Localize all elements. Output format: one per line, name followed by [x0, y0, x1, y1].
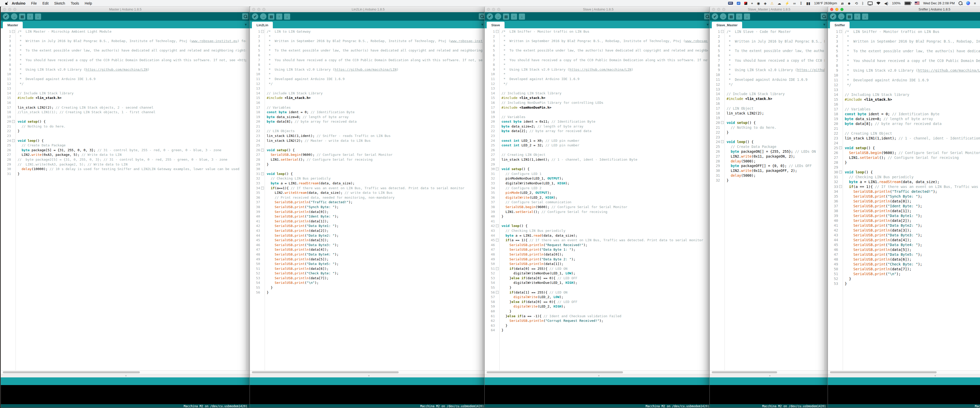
scrollbar-thumb[interactable]	[252, 371, 399, 373]
fold-toggle-icon[interactable]: −	[261, 30, 264, 33]
tab-slave_master[interactable]: Slave_Master	[712, 22, 742, 28]
notification-center-icon[interactable]: ≡	[974, 2, 976, 5]
adobe-cc-icon[interactable]: ◉	[757, 2, 760, 5]
new-sketch-button[interactable]: ▤	[728, 14, 734, 20]
save-button[interactable]: ↓	[862, 14, 868, 20]
scrollbar-thumb[interactable]	[487, 371, 623, 373]
console-resize-handle[interactable]	[828, 374, 980, 378]
verify-button[interactable]: ✔	[3, 13, 9, 20]
zoom-button[interactable]	[840, 8, 843, 11]
open-button[interactable]: ↑	[511, 14, 517, 20]
tab-sniffer[interactable]: Sniffer	[830, 22, 850, 28]
save-button[interactable]: ↓	[35, 14, 41, 20]
temperature-rpm-text[interactable]: 136°F 2638rpm	[814, 1, 837, 5]
fold-toggle-icon[interactable]: −	[839, 185, 842, 188]
zoom-button[interactable]	[262, 8, 266, 11]
new-sketch-button[interactable]: ▤	[846, 14, 853, 20]
spotlight-icon[interactable]	[959, 1, 963, 5]
window-titlebar[interactable]: Slave_Master | Arduino 1.8.5	[710, 6, 829, 12]
avatar-icon[interactable]: ☻	[847, 2, 851, 5]
volume-icon[interactable]: ◀)	[884, 2, 888, 5]
fold-toggle-icon[interactable]: −	[721, 121, 724, 124]
fold-toggle-icon[interactable]: −	[261, 149, 264, 151]
open-button[interactable]: ↑	[854, 14, 860, 20]
fold-toggle-icon[interactable]: −	[839, 171, 842, 173]
tab-master[interactable]: Master	[3, 22, 23, 28]
upload-button[interactable]: →	[720, 13, 726, 20]
open-button[interactable]: ↑	[736, 14, 742, 20]
cloud-icon[interactable]: ☁	[777, 2, 781, 5]
horizontal-scrollbar[interactable]	[710, 370, 829, 374]
save-button[interactable]: ↓	[744, 14, 750, 20]
fold-toggle-icon[interactable]: −	[496, 291, 499, 294]
minimize-button[interactable]	[835, 8, 838, 11]
minimize-button[interactable]	[257, 8, 260, 11]
upload-button[interactable]: →	[838, 13, 845, 20]
window-titlebar[interactable]: Master | Arduino 1.8.5	[1, 6, 250, 12]
upload-button[interactable]: →	[495, 13, 501, 20]
code-editor[interactable]: 1−/* LIN Sniffer - Monitor traffic on LI…	[828, 28, 980, 370]
download-tray-icon[interactable]: ↧	[800, 2, 803, 5]
open-button[interactable]: ↑	[27, 14, 33, 20]
menu-item-help[interactable]: Help	[82, 1, 95, 5]
location-pin-icon[interactable]: ⌖	[751, 2, 753, 5]
menu-item-edit[interactable]: Edit	[40, 1, 51, 5]
fold-toggle-icon[interactable]: −	[261, 187, 264, 189]
flux-icon[interactable]: ∞	[793, 2, 796, 5]
keyboard-layout-icon[interactable]	[744, 2, 747, 5]
teamviewer-icon[interactable]: ⇄	[737, 2, 740, 5]
fold-toggle-icon[interactable]: −	[496, 224, 499, 227]
battery-icon[interactable]	[904, 2, 911, 5]
menu-item-arduino[interactable]: Arduino	[9, 1, 28, 5]
fold-toggle-icon[interactable]: −	[12, 30, 15, 33]
verify-button[interactable]: ✔	[487, 13, 493, 20]
warning-icon[interactable]: ⚠	[770, 2, 774, 5]
close-button[interactable]	[830, 8, 833, 11]
notational-n-icon[interactable]: n	[841, 2, 843, 5]
battery-percent-text[interactable]: 100%	[892, 1, 900, 5]
new-sketch-button[interactable]: ▤	[268, 14, 274, 20]
console-resize-handle[interactable]	[485, 374, 712, 378]
close-button[interactable]	[712, 8, 715, 11]
wifi-icon[interactable]	[877, 2, 880, 5]
scrollbar-thumb[interactable]	[712, 371, 777, 373]
siri-icon[interactable]	[966, 1, 970, 5]
console-resize-handle[interactable]	[1, 374, 250, 378]
save-button[interactable]: ↓	[284, 14, 290, 20]
verify-button[interactable]: ✔	[252, 13, 258, 20]
fold-toggle-icon[interactable]: −	[721, 140, 724, 143]
scrollbar-thumb[interactable]	[3, 371, 140, 373]
vertical-scrollbar[interactable]	[246, 28, 250, 370]
console-resize-handle[interactable]	[250, 374, 487, 378]
minimize-button[interactable]	[492, 8, 495, 11]
scrollbar-thumb[interactable]	[830, 371, 937, 373]
fold-toggle-icon[interactable]: −	[12, 139, 15, 142]
verify-button[interactable]: ✔	[712, 13, 718, 20]
bluetooth-icon[interactable]: ᛒ	[862, 2, 864, 5]
apple-menu-icon[interactable]	[5, 1, 9, 5]
box-sync-icon[interactable]: ◈	[764, 2, 767, 5]
close-button[interactable]	[3, 8, 6, 11]
zoom-button[interactable]	[497, 8, 500, 11]
upload-button[interactable]: →	[260, 13, 266, 20]
zoom-button[interactable]	[13, 8, 16, 11]
fold-toggle-icon[interactable]: −	[496, 30, 499, 33]
new-sketch-button[interactable]: ▤	[503, 14, 509, 20]
window-titlebar[interactable]: Lin2Lin | Arduino 1.8.5	[250, 6, 487, 12]
console-resize-handle[interactable]	[710, 374, 829, 378]
minimize-button[interactable]	[8, 8, 11, 11]
horizontal-scrollbar[interactable]	[828, 370, 980, 374]
open-button[interactable]: ↑	[276, 14, 282, 20]
istat-bars-icon[interactable]: ▮▮	[807, 2, 810, 5]
us-flag-icon[interactable]	[915, 2, 920, 5]
menu-item-sketch[interactable]: Sketch	[51, 1, 68, 5]
tab-menu-button[interactable]: ▼	[821, 22, 827, 27]
horizontal-scrollbar[interactable]	[1, 370, 250, 374]
clock-text[interactable]: Wed Dec 26 2:08 PM	[923, 1, 955, 5]
save-button[interactable]: ↓	[519, 14, 525, 20]
horizontal-scrollbar[interactable]	[485, 370, 712, 374]
serial-monitor-button[interactable]	[479, 13, 485, 19]
fold-toggle-icon[interactable]: −	[839, 30, 842, 33]
window-titlebar[interactable]: Slave | Arduino 1.8.5	[485, 6, 712, 12]
fold-toggle-icon[interactable]: −	[496, 267, 499, 270]
